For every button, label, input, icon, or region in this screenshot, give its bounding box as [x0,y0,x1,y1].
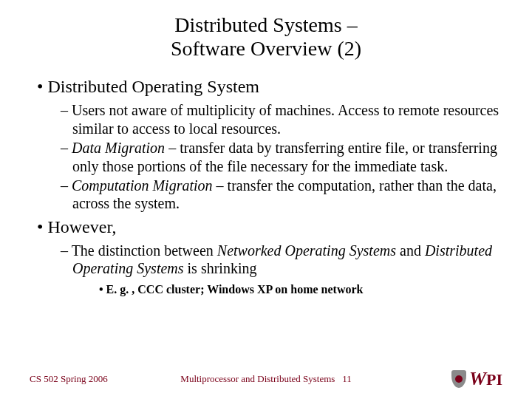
title-line-1: Distributed Systems – [174,13,357,36]
bullet-1-sub-3: Computation Migration – transfer the com… [61,177,502,213]
bullet-2-subsub: E. g. , CCC cluster; Windows XP on home … [72,282,502,297]
b2s1-rest: is shrinking [184,260,257,276]
footer-course: CS 502 Spring 2006 [30,373,108,385]
bullet-2-subsub-1: E. g. , CCC cluster; Windows XP on home … [99,282,502,297]
footer: CS 502 Spring 2006 Multiprocessor and Di… [0,368,532,390]
bullet-1-sub-3-em: Computation Migration [72,177,213,194]
bullet-2-text: However, [47,217,116,236]
bullet-1-sub-1-text: Users not aware of multiplicity of machi… [72,102,499,136]
logo-text: WPI [469,369,502,389]
shield-icon [451,370,466,388]
footer-page-number: 11 [342,373,352,384]
b2ss1-text: E. g. , CCC cluster; Windows XP on home … [106,283,364,296]
b2s1-a: The distinction between [72,242,217,259]
slide-body: Distributed Systems – Software Overview … [0,0,532,296]
bullet-1-sub-2: Data Migration – transfer data by transf… [61,139,502,175]
bullet-1-text: Distributed Operating System [47,77,259,96]
footer-logo: WPI [451,369,502,389]
bullet-1-sub: Users not aware of multiplicity of machi… [37,101,502,212]
b2s1-em1: Networked Operating Systems [217,242,396,259]
bullet-2-sub-1: The distinction between Networked Operat… [61,242,502,296]
bullet-list: Distributed Operating System Users not a… [30,77,502,296]
b2s1-mid: and [396,242,425,259]
slide-title: Distributed Systems – Software Overview … [30,13,502,61]
footer-center-text: Multiprocessor and Distributed Systems [180,373,335,384]
bullet-2-sub: The distinction between Networked Operat… [37,242,502,296]
bullet-2: However, The distinction between Network… [37,217,502,296]
title-line-2: Software Overview (2) [171,37,361,60]
bullet-1-sub-2-em: Data Migration [72,140,165,156]
bullet-1-sub-1: Users not aware of multiplicity of machi… [61,101,502,137]
footer-center: Multiprocessor and Distributed Systems 1… [180,373,351,385]
bullet-1: Distributed Operating System Users not a… [37,77,502,212]
